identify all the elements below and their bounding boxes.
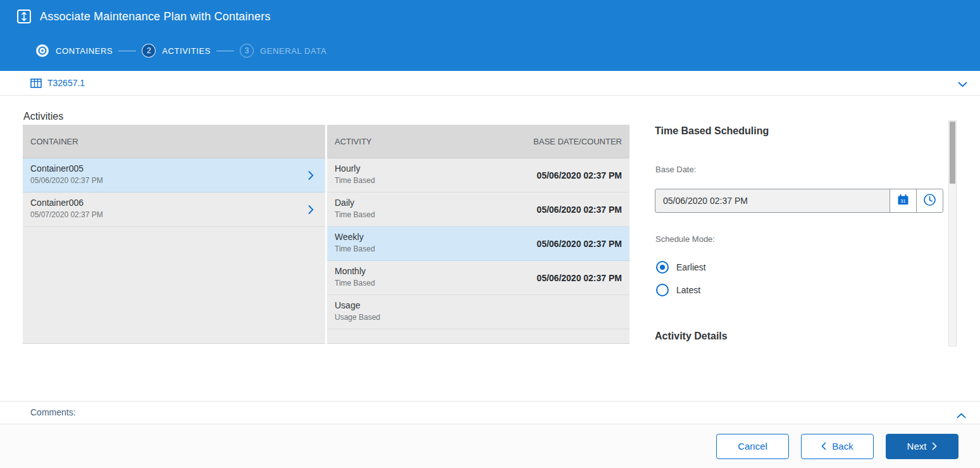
radio-latest[interactable]: Latest — [656, 284, 700, 296]
activity-type: Time Based — [335, 210, 554, 219]
activity-type: Time Based — [335, 279, 554, 288]
container-name: Container006 — [30, 198, 249, 208]
object-id: T32657.1 — [47, 78, 85, 88]
cancel-button[interactable]: Cancel — [716, 434, 789, 459]
activity-column-header: ACTIVITY — [335, 137, 372, 146]
back-button-label: Back — [832, 441, 853, 452]
scheduling-panel: Time Based Scheduling Base Date: 05/06/2… — [655, 120, 944, 346]
container-name: Container005 — [30, 163, 249, 174]
clock-icon — [923, 193, 936, 209]
step-activities-label: ACTIVITIES — [162, 46, 211, 56]
activity-type: Usage Based — [335, 313, 554, 322]
activity-details-title: Activity Details — [655, 331, 728, 342]
activity-base-date: 05/06/2020 02:37 PM — [537, 273, 622, 283]
next-button[interactable]: Next — [886, 434, 958, 459]
radio-earliest-label: Earliest — [676, 262, 706, 272]
maintenance-plan-icon — [16, 9, 32, 24]
step-containers-icon — [35, 44, 49, 58]
scrollbar[interactable] — [948, 120, 957, 346]
activity-table: ACTIVITY BASE DATE/COUNTER Hourly Time B… — [327, 125, 630, 344]
schedule-mode-label: Schedule Mode: — [655, 234, 715, 244]
base-date-column-header: BASE DATE/COUNTER — [533, 137, 622, 146]
activity-row-usage[interactable]: Usage Usage Based — [327, 295, 630, 329]
wizard-step-containers[interactable]: CONTAINERS — [35, 44, 113, 58]
chevron-left-icon — [821, 442, 826, 450]
base-date-input[interactable]: 05/06/2020 02:37 PM — [655, 189, 890, 212]
chevron-right-icon[interactable] — [308, 205, 314, 214]
chevron-right-icon[interactable] — [308, 170, 314, 180]
wizard-step-activities[interactable]: 2 ACTIVITIES — [142, 44, 211, 58]
back-button[interactable]: Back — [801, 434, 874, 459]
scheduling-panel-title: Time Based Scheduling — [655, 125, 769, 137]
activity-base-date: 05/06/2020 02:37 PM — [537, 239, 622, 249]
activity-table-header: ACTIVITY BASE DATE/COUNTER — [327, 125, 630, 158]
step-activities-number: 2 — [142, 44, 156, 58]
app-header: Associate Maintenance Plan with Containe… — [0, 0, 980, 71]
activity-name: Hourly — [335, 163, 554, 174]
radio-earliest-control[interactable] — [656, 261, 669, 274]
chevron-up-icon[interactable] — [957, 410, 966, 421]
activity-row-monthly[interactable]: Monthly Time Based 05/06/2020 02:37 PM — [327, 261, 630, 295]
activity-base-date: 05/06/2020 02:37 PM — [537, 205, 622, 215]
radio-earliest[interactable]: Earliest — [656, 261, 706, 274]
container-date: 05/06/2020 02:37 PM — [30, 176, 249, 185]
activity-name: Daily — [335, 198, 554, 208]
svg-text:31: 31 — [900, 198, 905, 204]
date-picker-button[interactable]: 31 — [890, 189, 916, 212]
container-row-container005[interactable]: Container005 05/06/2020 02:37 PM — [23, 158, 325, 193]
container-table: CONTAINER Container005 05/06/2020 02:37 … — [23, 125, 325, 344]
step-connector — [118, 51, 136, 51]
activity-row-weekly[interactable]: Weekly Time Based 05/06/2020 02:37 PM — [327, 227, 630, 261]
container-table-header: CONTAINER — [23, 125, 325, 158]
activity-name: Usage — [335, 300, 554, 310]
page: Associate Maintenance Plan with Containe… — [0, 0, 980, 468]
radio-latest-label: Latest — [676, 285, 700, 295]
object-link[interactable]: T32657.1 — [30, 71, 85, 95]
calendar-icon: 31 — [897, 194, 909, 208]
base-date-label: Base Date: — [655, 165, 696, 174]
activity-type: Time Based — [335, 244, 554, 253]
time-picker-button[interactable] — [916, 189, 943, 212]
chevron-down-icon[interactable] — [958, 79, 967, 90]
activity-base-date: 05/06/2020 02:37 PM — [537, 170, 622, 180]
container-icon — [30, 78, 42, 88]
step-general-data-label: GENERAL DATA — [260, 46, 326, 56]
radio-latest-control[interactable] — [656, 284, 669, 296]
scrollbar-thumb[interactable] — [950, 122, 955, 184]
cancel-button-label: Cancel — [738, 441, 767, 452]
activity-name: Weekly — [335, 232, 554, 242]
page-title: Associate Maintenance Plan with Containe… — [40, 10, 271, 23]
step-connector — [216, 51, 234, 51]
title-row: Associate Maintenance Plan with Containe… — [16, 9, 271, 24]
activities-section-title: Activities — [23, 111, 63, 122]
comments-bar[interactable]: Comments: — [0, 401, 980, 424]
container-date: 05/07/2020 02:37 PM — [30, 210, 249, 219]
chevron-right-icon — [932, 442, 937, 450]
activity-name: Monthly — [335, 266, 554, 276]
comments-label: Comments: — [30, 407, 76, 417]
activity-row-hourly[interactable]: Hourly Time Based 05/06/2020 02:37 PM — [327, 158, 630, 193]
next-button-label: Next — [907, 441, 927, 452]
footer-bar: Cancel Back Next — [0, 424, 980, 468]
activity-row-daily[interactable]: Daily Time Based 05/06/2020 02:37 PM — [327, 193, 630, 227]
step-containers-label: CONTAINERS — [56, 46, 113, 56]
wizard-steps: CONTAINERS 2 ACTIVITIES 3 GENERAL DATA — [35, 44, 326, 58]
container-column-header: CONTAINER — [30, 137, 78, 146]
object-subheader: T32657.1 — [0, 71, 980, 96]
activity-type: Time Based — [335, 176, 554, 185]
base-date-field: 05/06/2020 02:37 PM 31 — [655, 189, 943, 213]
container-row-container006[interactable]: Container006 05/07/2020 02:37 PM — [23, 193, 325, 227]
wizard-step-general-data[interactable]: 3 GENERAL DATA — [240, 44, 326, 58]
step-general-data-number: 3 — [240, 44, 254, 58]
